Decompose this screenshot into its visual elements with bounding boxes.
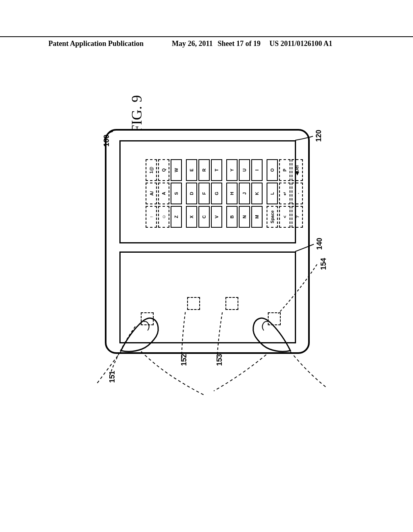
key-g[interactable]: G — [211, 183, 222, 204]
publication-date: May 26, 2011 — [172, 39, 213, 48]
touch-zone-1[interactable] — [141, 312, 154, 325]
touch-zone-2[interactable] — [187, 297, 200, 310]
key-y[interactable]: Y — [226, 159, 238, 181]
key-j[interactable]: J — [239, 183, 250, 204]
key-x[interactable]: X — [186, 206, 197, 228]
key-d[interactable]: D — [186, 183, 197, 204]
upper-display: 1@ Q W E R T Y U I O — [119, 140, 296, 243]
key-enter[interactable]: ↵ — [279, 183, 290, 204]
key-l[interactable]: L — [267, 183, 278, 204]
keyboard: 1@ Q W E R T Y U I O — [146, 159, 296, 228]
key-r[interactable]: R — [198, 159, 210, 181]
device-figure: 1@ Q W E R T Y U I O — [105, 129, 307, 387]
key-i[interactable]: I — [251, 159, 263, 181]
key-w[interactable]: W — [171, 159, 182, 181]
touch-zone-3[interactable] — [225, 297, 238, 310]
key-e[interactable]: E — [186, 159, 197, 181]
key-t[interactable]: T — [211, 159, 222, 181]
page-header: Patent Application Publication May 26, 2… — [0, 36, 413, 48]
ref-140: 140 — [315, 238, 324, 250]
ref-100: 100 — [102, 135, 111, 147]
key-s[interactable]: S — [171, 183, 182, 204]
key-m[interactable]: M — [251, 206, 263, 228]
touch-zone-4[interactable] — [268, 312, 281, 325]
key-del[interactable]: ◀Del — [292, 159, 303, 181]
ref-151: 151 — [108, 371, 117, 383]
ref-120: 120 — [315, 130, 323, 142]
key-a[interactable]: A — [158, 183, 169, 204]
ref-153: 153 — [215, 354, 224, 366]
key-b[interactable]: B — [226, 206, 238, 228]
key-q[interactable]: Q — [158, 159, 169, 181]
ref-152: 152 — [180, 354, 188, 366]
key-mode[interactable]: A/ — [146, 183, 157, 204]
key-emoji[interactable]: ☺ — [158, 206, 169, 228]
key-lt[interactable]: < — [279, 206, 290, 228]
ref-154: 154 — [319, 258, 328, 270]
lower-display — [119, 251, 296, 343]
device-body: 1@ Q W E R T Y U I O — [105, 129, 310, 354]
key-z[interactable]: Z — [171, 206, 182, 228]
key-k[interactable]: K — [251, 183, 263, 204]
publication-number: US 2011/0126100 A1 — [269, 39, 332, 48]
publication-label: Patent Application Publication — [48, 39, 144, 48]
key-period[interactable]: . — [292, 183, 303, 204]
key-v[interactable]: V — [211, 206, 222, 228]
key-p[interactable]: P — [279, 159, 290, 181]
key-1at[interactable]: 1@ — [146, 159, 157, 181]
key-question[interactable]: ? — [292, 206, 303, 228]
key-u[interactable]: U — [239, 159, 250, 181]
key-f[interactable]: F — [198, 183, 210, 204]
key-o[interactable]: O — [267, 159, 278, 181]
sheet-number: Sheet 17 of 19 — [218, 39, 261, 48]
key-shift[interactable]: ↑ — [146, 206, 157, 228]
key-c[interactable]: C — [198, 206, 210, 228]
key-n[interactable]: N — [239, 206, 250, 228]
key-space[interactable]: Space — [267, 206, 278, 228]
figure-title: FIG. 9 — [128, 95, 145, 133]
key-h[interactable]: H — [226, 183, 238, 204]
